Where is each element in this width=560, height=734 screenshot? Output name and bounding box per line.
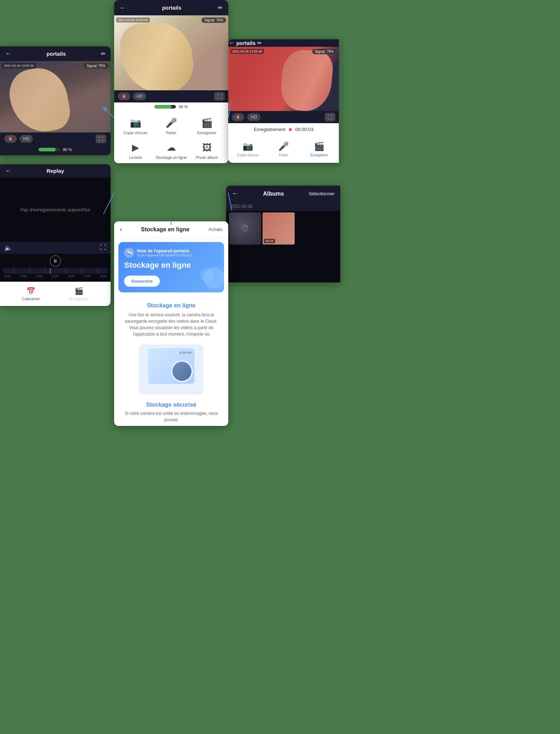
center-hand-visual (118, 20, 196, 90)
albums-back-button[interactable]: ← (232, 190, 238, 197)
replay-header: ← Replay (0, 164, 111, 177)
center-cam-bg (114, 15, 228, 90)
enregistrer-label: Enregistrer (70, 297, 89, 301)
topleft-edit-button[interactable]: ✏ (101, 50, 106, 57)
device-dot-icon: 📡 (126, 250, 132, 256)
replay-fullscreen-icon[interactable]: ⛶ (100, 244, 106, 252)
album-thumbnail-1[interactable]: ⏱ (229, 212, 261, 245)
topright-back-button[interactable]: ← (228, 39, 235, 46)
topright-edit-button[interactable]: ✏ (257, 40, 262, 46)
stockage-header: ‹ Stockage en ligne Achats (114, 221, 228, 238)
replay-calendrier-action[interactable]: 📅 Calendrier (22, 287, 40, 301)
replay-bottom-actions: 📅 Calendrier 🎬 Enregistrer (0, 282, 111, 306)
stockage-back-button[interactable]: ‹ (120, 226, 122, 233)
secure-title: Stockage sécurisé (120, 402, 223, 408)
play-pause-row: ⏸ (3, 255, 108, 267)
stockage-label: Stockage en ligne (156, 155, 187, 160)
device-name: Nom de l'appareil:portails (137, 248, 192, 253)
topright-enregistrer-label: Enregistrer (311, 153, 328, 157)
topleft-controls: 🔇 HD ⛶ (0, 132, 111, 145)
recording-label: Enregistrement (254, 127, 285, 132)
center-edit-button[interactable]: ✏ (218, 4, 223, 11)
center-back-button[interactable]: ← (120, 5, 126, 11)
recording-status-bar: Enregistrement 00:00:03 (228, 123, 339, 136)
topright-hand-visual (279, 48, 334, 111)
stockage-online-section: Stockage en ligne Une fois le service so… (114, 297, 228, 340)
stockage-card-wrapper: 📡 Nom de l'appareil:portails ID de l'app… (114, 242, 228, 292)
enregistrer-action-label: Enregistrer (197, 131, 217, 135)
albums-select-button[interactable]: Sélectionner (309, 191, 335, 196)
topright-hd-button[interactable]: HD (247, 113, 260, 121)
replay-timeline[interactable] (3, 268, 108, 274)
timeline-tick (29, 268, 30, 274)
topright-header: ← portails ✏ (228, 39, 339, 47)
topleft-battery-bar (39, 148, 60, 151)
center-battery-fill (154, 105, 172, 109)
stockage-online-description: Une fois le service souscrit, la caméra … (120, 312, 223, 337)
action-lecture[interactable]: ▶ Lecture (118, 142, 153, 160)
action-photo-album[interactable]: 🖼 Photo album (189, 142, 225, 160)
action-enregistrer[interactable]: 🎬 Enregistrer (189, 117, 225, 135)
albums-grid: ⏱ 00:04 (226, 211, 340, 282)
topright-enregistrer-action[interactable]: 🎬 Enregistrer (303, 141, 335, 157)
topright-actions-grid: 📷 Copie d'écran 🎤 Parler 🎬 Enregistrer (228, 136, 339, 163)
topright-volume-button[interactable]: 🔇 (232, 113, 244, 121)
phone-mockup: 9:24 PM (139, 345, 203, 394)
replay-timeline-area: ⏸ 2:00 3:00 4:00 5:00 6:00 7:00 8:00 (0, 254, 111, 282)
device-id: ID de l'appareil hyfc30fa8975113a221f (137, 253, 192, 257)
lecture-icon: ▶ (132, 142, 139, 153)
center-title: portails (162, 5, 181, 11)
album-thumbnail-2[interactable]: 00:04 (263, 212, 295, 245)
secure-section: Stockage sécurisé Si votre caméra est vo… (114, 399, 228, 426)
center-hd-button[interactable]: HD (133, 92, 146, 100)
topleft-camera-panel: ← portails ✏ 2021-03-28 13:55:33 Signal:… (0, 46, 111, 155)
enregistrer-action-icon: 🎬 (201, 117, 213, 129)
action-stockage[interactable]: ☁ Stockage en ligne (153, 142, 189, 160)
topleft-volume-button[interactable]: 🔇 (4, 135, 17, 143)
stockage-online-title: Stockage en ligne (120, 302, 223, 309)
topleft-hand-visual (6, 64, 73, 132)
action-parler[interactable]: 🎤 Parler (153, 117, 189, 135)
topright-fullscreen-button[interactable]: ⛶ (325, 113, 335, 121)
center-timestamp: 2021-03-28 13:54:56 (116, 17, 150, 22)
play-pause-button[interactable]: ⏸ (50, 255, 61, 267)
action-copie-ecran[interactable]: 📷 Copie d'écran (118, 117, 153, 135)
stockage-achats-button[interactable]: Achats (208, 227, 223, 232)
timeline-label: 5:00 (52, 275, 58, 278)
topright-cam-controls: 🔇 HD ⛶ (228, 111, 339, 123)
topright-hd-label: HD (251, 115, 257, 120)
timeline-tick (82, 268, 82, 274)
topright-copie-label: Copie d'écran (237, 153, 259, 157)
topleft-fullscreen-button[interactable]: ⛶ (96, 135, 106, 143)
topleft-signal: Signal: 75% (84, 63, 108, 69)
topright-cam-bg (228, 47, 339, 111)
copie-ecran-icon: 📷 (130, 117, 141, 129)
timeline-label: 6:00 (68, 275, 75, 278)
topleft-hd-button[interactable]: HD (20, 135, 33, 143)
topleft-back-button[interactable]: ← (5, 50, 11, 57)
copie-ecran-label: Copie d'écran (123, 131, 148, 135)
topright-timestamp: 2021-03-28 13:55:48 (230, 49, 264, 54)
center-volume-button[interactable]: 🔇 (118, 92, 130, 100)
stockage-subscription-card: 📡 Nom de l'appareil:portails ID de l'app… (118, 242, 224, 292)
photo-album-icon: 🖼 (202, 142, 212, 153)
center-video-area: 2021-03-28 13:54:56 Signal: 70% (114, 15, 228, 90)
topleft-battery-row: 80 % (0, 145, 111, 155)
subscribe-button[interactable]: Souscrire (124, 276, 160, 287)
album-thumb-bg-1: ⏱ (229, 212, 261, 245)
albums-title: Albums (263, 191, 284, 197)
center-fullscreen-button[interactable]: ⛶ (214, 92, 225, 101)
topright-parler-action[interactable]: 🎤 Parler (268, 141, 300, 157)
hd-label: HD (23, 136, 29, 141)
topright-copie-action[interactable]: 📷 Copie d'écran (232, 141, 264, 157)
topleft-title: portails (46, 51, 66, 57)
device-icon: 📡 (124, 248, 134, 258)
stockage-title: Stockage en ligne (141, 226, 189, 233)
timeline-tick (66, 268, 66, 274)
replay-volume-icon[interactable]: 🔈 (4, 244, 12, 252)
replay-back-button[interactable]: ← (5, 167, 11, 175)
topleft-video-area: 2021-03-28 13:55:33 Signal: 75% (0, 61, 111, 132)
topright-parler-label: Parler (279, 153, 289, 157)
album-duration-2: 00:04 (264, 239, 275, 243)
timeline-label: 4:00 (36, 275, 42, 278)
